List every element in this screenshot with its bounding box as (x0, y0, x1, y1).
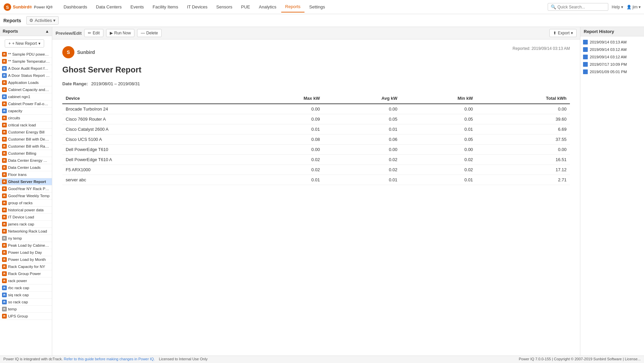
history-item[interactable]: 2019/09/14 03:12 AM (580, 46, 644, 53)
sidebar-item-icon: R (2, 101, 7, 106)
sidebar-item-icon: R (2, 243, 7, 248)
sidebar-item[interactable]: RGoodYear NY Rack Power Cap (0, 185, 52, 192)
sidebar-item-icon: R (2, 137, 7, 142)
sidebar-item[interactable]: RPower Load by Month (0, 256, 52, 263)
sidebar-item[interactable]: RData Center Energy Consumption (0, 157, 52, 164)
table-cell: 0.05 (401, 114, 476, 124)
sidebar-item-label: Power Load by Month (8, 258, 46, 262)
sidebar-item[interactable]: R** Sample Temperature report ** (0, 58, 52, 65)
table-row: F5 ARX10000.020.020.0217.12 (62, 165, 570, 175)
preview-toolbar-left: Preview/Edit ✏ Edit ▶ Run Now — Delete (56, 29, 162, 37)
sidebar-item[interactable]: RA Door Status Report for NY (0, 72, 52, 79)
sidebar-item-icon: R (2, 285, 7, 290)
sidebar-item[interactable]: RCustomer Bill with Details (0, 136, 52, 143)
sidebar-item-label: Peak Load by Cabinet - Last 30 D (8, 243, 50, 247)
report-table-body: Brocade TurboIron 240.000.000.000.00Cisc… (62, 104, 570, 185)
sidebar-item[interactable]: Rtemp (0, 306, 52, 313)
sidebar-item[interactable]: RData Center Loads (0, 164, 52, 171)
sidebar-item[interactable]: RPeak Load by Cabinet - Last 30 D (0, 242, 52, 249)
table-cell: 37.55 (476, 134, 570, 145)
svg-text:S: S (6, 5, 9, 10)
sidebar-item[interactable]: Rcritical rack load (0, 122, 52, 129)
sidebar-item[interactable]: Rso rack cap (0, 299, 52, 306)
sidebar-item-icon: R (2, 109, 7, 113)
history-item-icon (583, 62, 588, 67)
sidebar-item[interactable]: Rrbc rack cap (0, 284, 52, 292)
sidebar-item-icon: R (2, 201, 7, 205)
sidebar-item[interactable]: RNetworking Rack Load (0, 228, 52, 235)
sidebar-item[interactable]: RGoodYear Weekly Temp (0, 192, 52, 200)
edit-button[interactable]: ✏ Edit (84, 29, 103, 37)
sidebar-item[interactable]: R** Sample PDU power ** (0, 51, 52, 58)
sidebar-item[interactable]: RRack Capacity for NY (0, 263, 52, 270)
sidebar-item[interactable]: RA Door Audit Report for NY (0, 65, 52, 72)
sidebar-item[interactable]: RCabinet Power Fail-over Redundancy (0, 100, 52, 108)
nav-link-events[interactable]: Events (126, 2, 148, 12)
sidebar-item-icon: R (2, 158, 7, 163)
nav-link-data-centers[interactable]: Data Centers (92, 2, 126, 12)
quick-search-input[interactable] (557, 5, 605, 9)
export-button[interactable]: ⬆ Export ▾ (549, 29, 577, 37)
sidebar-item[interactable]: Rgroup of racks (0, 200, 52, 207)
sidebar-item[interactable]: RCustomer Energy Bill (0, 129, 52, 136)
sidebar-item-label: james rack cap (8, 222, 34, 226)
new-report-button[interactable]: + + New Report ▾ (5, 39, 44, 48)
table-header-cell: Total kWh (476, 93, 570, 104)
history-item[interactable]: 2019/09/14 03:13 AM (580, 38, 644, 46)
nav-link-reports[interactable]: Reports (281, 1, 305, 12)
sidebar-item[interactable]: Rcapacity (0, 108, 52, 115)
sidebar-item[interactable]: RUPS Group (0, 313, 52, 320)
nav-link-settings[interactable]: Settings (305, 2, 329, 12)
sidebar-item[interactable]: RIT Device Load (0, 214, 52, 221)
history-item[interactable]: 2019/07/17 10:09 PM (580, 61, 644, 68)
sidebar-item[interactable]: RFloor trans (0, 171, 52, 178)
sidebar-item[interactable]: Rjames rack cap (0, 221, 52, 228)
history-item[interactable]: 2019/09/14 03:12 AM (580, 53, 644, 61)
table-cell: 0.05 (401, 134, 476, 145)
sidebar-item-icon: R (2, 94, 7, 99)
sidebar-item[interactable]: RGhost Server Report (0, 178, 52, 185)
help-button[interactable]: Help ▾ (612, 5, 623, 9)
table-cell: 0.02 (323, 165, 401, 175)
history-item[interactable]: 2019/01/09 05:01 PM (580, 68, 644, 75)
delete-button[interactable]: — Delete (137, 29, 162, 37)
sidebar-item[interactable]: Rhistorical power data (0, 207, 52, 214)
sidebar-item[interactable]: RCustomer Billing (0, 150, 52, 157)
sidebar-item[interactable]: RCabinet Capacity and Utilization (0, 86, 52, 93)
sidebar-item-icon: R (2, 151, 7, 156)
sidebar-item[interactable]: RPower Load by Day (0, 249, 52, 256)
user-menu-button[interactable]: 👤 jim ▾ (626, 5, 641, 9)
run-now-button[interactable]: ▶ Run Now (106, 29, 134, 37)
table-cell: 0.00 (476, 145, 570, 155)
nav-link-sensors[interactable]: Sensors (212, 2, 236, 12)
sidebar-item[interactable]: Rsiq rack cap (0, 292, 52, 299)
sidebar-item-label: A Door Audit Report for NY (8, 66, 50, 70)
activities-button[interactable]: ⚙ Activities ▾ (26, 16, 59, 25)
sidebar-item-label: so rack cap (8, 300, 28, 304)
page-title: Reports (3, 18, 21, 23)
nav-link-analytics[interactable]: Analytics (255, 2, 281, 12)
table-cell: 0.00 (244, 145, 323, 155)
sidebar-item[interactable]: Rny temp (0, 235, 52, 242)
nav-link-pue[interactable]: PUE (237, 2, 254, 12)
nav-link-it-devices[interactable]: IT Devices (183, 2, 212, 12)
sidebar-item-icon: R (2, 87, 7, 92)
sidebar-item[interactable]: RRack Group Power (0, 270, 52, 277)
table-header-cell: Max kW (244, 93, 323, 104)
sidebar: Reports ▲ + + New Report ▾ R** Sample PD… (0, 27, 52, 356)
sidebar-item-label: cabinet ngn1 (8, 95, 30, 99)
sidebar-item[interactable]: Rcabinet ngn1 (0, 93, 52, 100)
table-cell: 0.01 (401, 124, 476, 134)
sidebar-item-icon: R (2, 314, 7, 319)
sidebar-item[interactable]: Rcircuits (0, 115, 52, 122)
sidebar-collapse-icon[interactable]: ▲ (45, 29, 49, 34)
footer-link[interactable]: Refer to this guide before making change… (64, 357, 155, 361)
report-timestamp: Reported: 2019/09/14 03:13 AM (513, 46, 570, 51)
nav-link-facility-items[interactable]: Facility Items (149, 2, 182, 12)
logo-brand-text: Sunbird® Power IQ® (13, 4, 53, 9)
nav-link-dashboards[interactable]: Dashboards (60, 2, 91, 12)
quick-search-box[interactable]: 🔍 (548, 3, 608, 11)
sidebar-item[interactable]: Rrack power (0, 277, 52, 284)
sidebar-item[interactable]: RCustomer Bill with Rack Details (0, 143, 52, 150)
sidebar-item[interactable]: RApplication Loads (0, 79, 52, 86)
